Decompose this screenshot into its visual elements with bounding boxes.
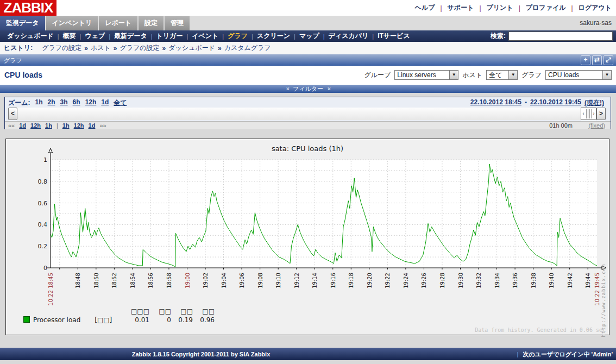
period-span-label: 01h 00m xyxy=(549,122,573,129)
separator: | xyxy=(519,4,520,12)
svg-text:19:02: 19:02 xyxy=(203,273,209,288)
zoom-option-6h[interactable]: 6h xyxy=(73,98,80,108)
fixed-link[interactable]: (fixed) xyxy=(588,122,605,129)
subnav-item-4[interactable]: 最新データ xyxy=(114,32,147,41)
time-scrollbar: < ‹ › > xyxy=(5,107,611,121)
zabbix-graph-page: { "header": { "logo": "ZABBIX", "links":… xyxy=(0,0,616,364)
now-link[interactable]: (現在!) xyxy=(584,98,604,108)
fullscreen-icon[interactable]: ⤢ xyxy=(604,55,613,65)
subnav-item-10[interactable]: ディスカバリ xyxy=(329,32,369,41)
top-links: ヘルプ|サポート|プリント|プロファイル|ログアウト xyxy=(415,0,612,16)
zoom-option-3h[interactable]: 3h xyxy=(60,98,68,108)
svg-text:19:40: 19:40 xyxy=(549,273,555,288)
svg-text:18:50: 18:50 xyxy=(93,273,99,288)
svg-text:19:36: 19:36 xyxy=(512,273,518,288)
nav-back-1d[interactable]: 1d xyxy=(19,122,26,129)
tab-4[interactable]: 設定 xyxy=(139,16,164,30)
breadcrumb-item-5[interactable]: カスタムグラフ xyxy=(224,43,271,53)
top-link-3[interactable]: プリント xyxy=(487,3,513,12)
chevron-down-icon: ▼ xyxy=(508,71,517,79)
thumb-left-icon[interactable]: ‹ xyxy=(581,108,586,120)
logged-in-text: 次のユーザでログイン中 'Admin' xyxy=(523,348,613,361)
separator: | xyxy=(109,33,110,40)
group-select-value: Linux servers xyxy=(395,71,449,79)
zabbix-logo[interactable]: ZABBIX xyxy=(0,0,56,16)
nav-fwd-1d[interactable]: 1d xyxy=(89,122,96,129)
cpu-load-chart: 00.20.40.60.8110.22 18:4518:4818:5018:52… xyxy=(6,139,609,335)
separator: | xyxy=(479,4,481,12)
svg-text:19:28: 19:28 xyxy=(439,273,445,288)
nav-fwd-1h[interactable]: 1h xyxy=(62,122,70,129)
svg-text:19:30: 19:30 xyxy=(458,273,464,288)
svg-text:18:56: 18:56 xyxy=(148,273,154,288)
add-icon[interactable]: + xyxy=(581,55,590,65)
scroll-left-button[interactable]: < xyxy=(8,108,17,120)
svg-text:19:08: 19:08 xyxy=(257,273,263,288)
top-link-1[interactable]: ヘルプ xyxy=(415,3,435,12)
nav-separator: | xyxy=(56,122,58,129)
history-label: ヒストリ: xyxy=(4,43,33,53)
search-input[interactable] xyxy=(508,32,613,41)
graph-selectors: グループ Linux servers ▼ ホスト 全て ▼ グラフ CPU lo… xyxy=(364,70,612,80)
breadcrumb-separator: » xyxy=(162,45,166,52)
separator: | xyxy=(151,33,153,40)
subnav-item-8[interactable]: スクリーン xyxy=(257,32,290,41)
filter-toggle-bar[interactable]: «フィルター« xyxy=(0,85,616,93)
top-link-5[interactable]: ログアウト xyxy=(579,3,612,12)
chevron-up-icon: « xyxy=(325,87,333,90)
tab-1[interactable]: 監視データ xyxy=(0,16,45,30)
zoom-option-1d[interactable]: 1d xyxy=(101,98,109,108)
refresh-icon[interactable]: ⇄ xyxy=(592,55,602,65)
svg-text:0: 0 xyxy=(43,265,47,272)
tab-3[interactable]: レポート xyxy=(99,16,137,30)
chevron-up-icon: « xyxy=(283,87,291,90)
svg-text:19:22: 19:22 xyxy=(385,273,391,288)
legend-col-value-1: 0.01 xyxy=(128,316,149,325)
nav-back-1h[interactable]: 1h xyxy=(45,122,52,129)
breadcrumb-item-4[interactable]: ダッシュボード xyxy=(168,43,215,53)
scroll-right-button[interactable]: > xyxy=(596,108,606,120)
subnav-item-5[interactable]: トリガー xyxy=(156,32,183,41)
svg-text:18:58: 18:58 xyxy=(166,273,172,288)
svg-text:0.6: 0.6 xyxy=(38,200,48,207)
graph-select[interactable]: CPU loads ▼ xyxy=(545,70,612,80)
section-icons: +⇄⤢ xyxy=(581,55,613,65)
host-select[interactable]: 全て ▼ xyxy=(486,70,518,80)
subnav-item-6[interactable]: イベント xyxy=(192,32,218,41)
period-to-link[interactable]: 22.10.2012 19:45 xyxy=(530,98,581,108)
group-select[interactable]: Linux servers ▼ xyxy=(394,70,458,80)
zoom-links: ズーム: 1h2h3h6h12h1d全て xyxy=(8,98,127,108)
scrollbar-track[interactable] xyxy=(17,108,596,120)
subnav-item-3[interactable]: ウェブ xyxy=(85,32,105,41)
breadcrumb-item-2[interactable]: ホスト xyxy=(91,43,111,53)
top-link-2[interactable]: サポート xyxy=(448,3,474,12)
period-from-link[interactable]: 22.10.2012 18:45 xyxy=(470,98,521,108)
subnav-item-2[interactable]: 概要 xyxy=(63,32,76,41)
thumb-grip[interactable] xyxy=(586,109,592,118)
nav-suffix-icon: »» xyxy=(99,122,106,129)
nav-fwd-12h[interactable]: 12h xyxy=(74,122,84,129)
subnav-item-11[interactable]: ITサービス xyxy=(378,32,410,41)
thumb-right-icon[interactable]: › xyxy=(592,108,596,120)
zoom-option-2h[interactable]: 2h xyxy=(48,98,55,108)
time-period-panel: ズーム: 1h2h3h6h12h1d全て 22.10.2012 18:45 - … xyxy=(4,97,611,129)
svg-text:19:32: 19:32 xyxy=(476,273,482,288)
top-link-4[interactable]: プロファイル xyxy=(526,3,566,12)
subnav-item-1[interactable]: ダッシュボード xyxy=(7,32,54,41)
series-name: Processor load xyxy=(33,316,80,324)
separator: | xyxy=(58,33,59,40)
scrollbar-thumb[interactable]: ‹ › xyxy=(581,108,596,120)
search-area: 検索: xyxy=(491,32,613,41)
period-nav-links: ««1d12h1h|1h12h1d»» xyxy=(8,122,106,129)
zoom-option-全て[interactable]: 全て xyxy=(114,98,127,108)
copyright-text: Zabbix 1.8.15 Copyright 2001-2011 by SIA… xyxy=(0,348,402,361)
nav-back-12h[interactable]: 12h xyxy=(30,122,41,129)
tab-5[interactable]: 管理 xyxy=(165,16,190,30)
zoom-option-12h[interactable]: 12h xyxy=(85,98,97,108)
subnav-item-7[interactable]: グラフ xyxy=(228,32,248,41)
breadcrumb-item-1[interactable]: グラフの設定 xyxy=(42,43,81,53)
group-label: グループ xyxy=(364,71,391,80)
tab-2[interactable]: インベントリ xyxy=(46,16,98,30)
subnav-item-9[interactable]: マップ xyxy=(299,32,319,41)
breadcrumb-item-3[interactable]: グラフの設定 xyxy=(120,43,159,53)
